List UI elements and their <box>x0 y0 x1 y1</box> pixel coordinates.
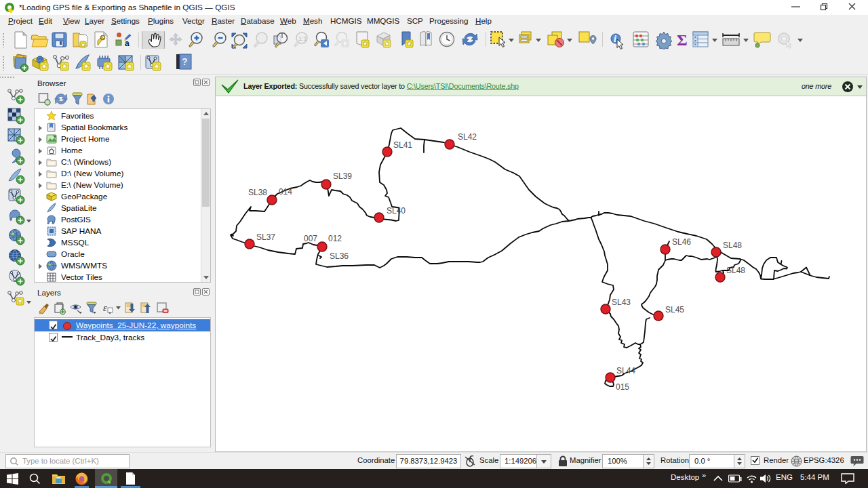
svg-text:SL44: SL44 <box>616 366 635 375</box>
svg-text:SL37: SL37 <box>256 232 275 242</box>
svg-text:1:1: 1:1 <box>298 35 307 42</box>
svg-text:SL48: SL48 <box>723 241 742 250</box>
svg-text:Σ: Σ <box>677 31 688 49</box>
svg-text:?: ? <box>182 56 188 67</box>
svg-text:SL46: SL46 <box>672 237 691 247</box>
svg-text:i: i <box>614 34 616 44</box>
svg-text:SL42: SL42 <box>458 132 477 142</box>
svg-text:ε: ε <box>103 303 107 313</box>
svg-text:007: 007 <box>304 234 317 243</box>
svg-text:SL40: SL40 <box>387 206 406 216</box>
svg-text:014: 014 <box>279 187 292 197</box>
svg-text:SL43: SL43 <box>612 298 631 307</box>
svg-text:SL41: SL41 <box>393 140 412 150</box>
svg-text:015: 015 <box>616 382 629 392</box>
svg-text:SL45: SL45 <box>665 305 684 314</box>
svg-text:SL38: SL38 <box>248 188 267 197</box>
svg-text:012: 012 <box>328 234 342 243</box>
svg-text:SL48: SL48 <box>726 266 745 275</box>
svg-text:a: a <box>125 39 130 48</box>
svg-text:SL39: SL39 <box>333 171 352 181</box>
svg-text:SL36: SL36 <box>330 251 349 261</box>
